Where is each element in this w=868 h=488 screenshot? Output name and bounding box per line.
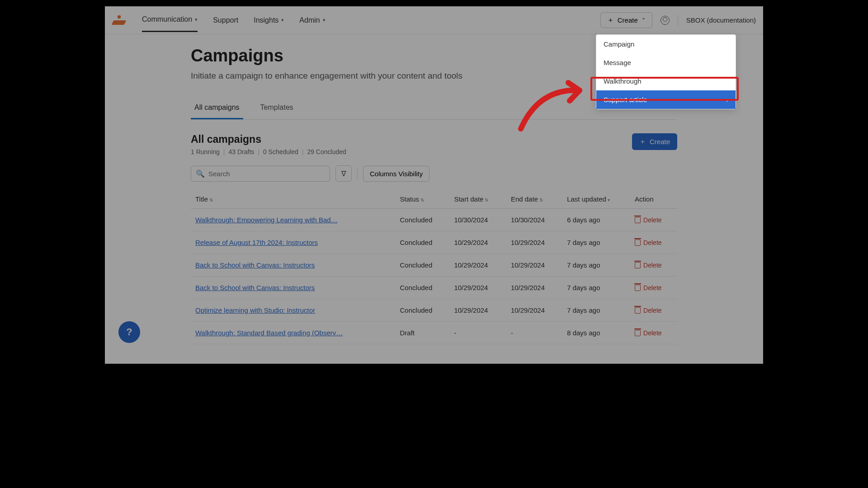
campaign-title-link[interactable]: Release of August 17th 2024: Instructors (195, 239, 318, 246)
cell-status: Concluded (396, 231, 450, 254)
brand-logo[interactable] (112, 14, 126, 27)
search-input[interactable] (208, 170, 325, 178)
chevron-right-icon: › (726, 96, 728, 103)
cell-start: 10/29/2024 (449, 231, 506, 254)
delete-button[interactable]: Delete (635, 307, 673, 314)
plus-icon: ＋ (639, 137, 646, 146)
col-status[interactable]: Status⇅ (396, 190, 450, 209)
campaigns-table: Title⇅ Status⇅ Start date⇅ End date⇅ Las… (191, 190, 677, 344)
cell-start: 10/29/2024 (449, 299, 506, 322)
create-dropdown-menu: Campaign Message Walkthrough Support art… (596, 34, 736, 109)
filter-button[interactable]: ∇ (335, 165, 352, 182)
plus-icon: ＋ (607, 16, 614, 24)
delete-button[interactable]: Delete (635, 262, 673, 269)
trash-icon (635, 285, 641, 291)
dropdown-item-campaign[interactable]: Campaign (596, 35, 736, 53)
cell-status: Concluded (396, 209, 450, 231)
table-row: Back to School with Canvas: Instructors … (191, 254, 677, 277)
col-title[interactable]: Title⇅ (191, 190, 396, 209)
cell-updated: 6 days ago (562, 209, 630, 231)
cell-updated: 7 days ago (562, 254, 630, 277)
cell-start: - (449, 322, 506, 344)
nav-communication[interactable]: Communication▾ (142, 8, 198, 32)
cell-status: Draft (396, 322, 450, 344)
nav-label: Support (213, 16, 238, 24)
filter-icon: ∇ (341, 169, 346, 178)
stat-concluded: 29 Concluded (307, 148, 346, 155)
cell-start: 10/29/2024 (449, 277, 506, 299)
delete-button[interactable]: Delete (635, 284, 673, 291)
dropdown-item-message[interactable]: Message (596, 53, 736, 72)
campaign-title-link[interactable]: Walkthrough: Empowering Learning with Ba… (195, 216, 338, 224)
campaign-stats: 1 Running| 43 Drafts| 0 Scheduled| 29 Co… (191, 148, 346, 155)
cell-updated: 8 days ago (562, 322, 630, 344)
trash-icon (635, 239, 641, 246)
app-stage: Communication▾ Support Insights▾ Admin▾ … (105, 0, 763, 364)
col-end[interactable]: End date⇅ (506, 190, 562, 209)
campaign-title-link[interactable]: Back to School with Canvas: Instructors (195, 284, 315, 291)
cell-end: 10/30/2024 (506, 209, 562, 231)
search-box[interactable]: 🔍 (191, 166, 330, 182)
divider (357, 167, 358, 180)
nav-label: Communication (142, 15, 192, 23)
env-label: SBOX (documentation) (686, 16, 756, 24)
chevron-down-icon: ▾ (195, 17, 198, 23)
section-title: All campaigns (191, 133, 346, 145)
user-icon[interactable] (660, 16, 670, 25)
cell-end: 10/29/2024 (506, 299, 562, 322)
cell-status: Concluded (396, 299, 450, 322)
letterbox-top (105, 0, 763, 6)
cell-updated: 7 days ago (562, 231, 630, 254)
cell-status: Concluded (396, 254, 450, 277)
delete-button[interactable]: Delete (635, 239, 673, 246)
cell-updated: 7 days ago (562, 299, 630, 322)
table-toolbar: 🔍 ∇ Columns Visibility (191, 165, 677, 182)
top-bar: Communication▾ Support Insights▾ Admin▾ … (105, 6, 763, 34)
stat-running: 1 Running (191, 148, 220, 155)
cell-status: Concluded (396, 277, 450, 299)
dropdown-label: Support article (604, 96, 647, 103)
nav-support[interactable]: Support (213, 9, 238, 32)
table-row: Walkthrough: Empowering Learning with Ba… (191, 209, 677, 231)
columns-visibility-button[interactable]: Columns Visibility (363, 166, 429, 182)
cell-end: 10/29/2024 (506, 277, 562, 299)
campaign-title-link[interactable]: Walkthrough: Standard Based grading (Obs… (195, 329, 343, 337)
chevron-up-icon: ⌃ (642, 17, 646, 23)
tab-all-campaigns[interactable]: All campaigns (191, 99, 243, 119)
campaign-title-link[interactable]: Back to School with Canvas: Instructors (195, 261, 315, 269)
chevron-down-icon: ▾ (323, 17, 326, 23)
table-row: Optimize learning with Studio: Instructo… (191, 299, 677, 322)
create-campaign-button[interactable]: ＋ Create (632, 133, 677, 150)
dropdown-item-support-article[interactable]: Support article › (596, 90, 736, 109)
topbar-right: ＋ Create ⌃ SBOX (documentation) (600, 12, 756, 28)
nav-label: Admin (299, 16, 320, 24)
trash-icon (635, 262, 641, 268)
delete-button[interactable]: Delete (635, 329, 673, 337)
help-button[interactable]: ? (118, 321, 140, 343)
table-row: Release of August 17th 2024: Instructors… (191, 231, 677, 254)
cell-end: - (506, 322, 562, 344)
create-dropdown-button[interactable]: ＋ Create ⌃ (600, 12, 652, 28)
nav-insights[interactable]: Insights▾ (254, 9, 284, 32)
table-row: Walkthrough: Standard Based grading (Obs… (191, 322, 677, 344)
col-start[interactable]: Start date⇅ (449, 190, 506, 209)
cell-start: 10/30/2024 (449, 209, 506, 231)
campaign-title-link[interactable]: Optimize learning with Studio: Instructo… (195, 306, 315, 314)
cell-start: 10/29/2024 (449, 254, 506, 277)
search-icon: 🔍 (196, 169, 205, 178)
trash-icon (635, 307, 641, 314)
trash-icon (635, 217, 641, 223)
col-updated[interactable]: Last updated▾ (562, 190, 630, 209)
create-label: Create (618, 16, 638, 24)
tab-templates[interactable]: Templates (257, 99, 297, 119)
col-action: Action (630, 190, 677, 209)
create-label: Create (650, 138, 670, 145)
divider (678, 14, 678, 26)
chevron-down-icon: ▾ (281, 17, 284, 23)
help-icon: ? (126, 326, 132, 338)
nav-label: Insights (254, 16, 278, 24)
dropdown-item-walkthrough[interactable]: Walkthrough (596, 72, 736, 90)
stat-scheduled: 0 Scheduled (263, 148, 298, 155)
delete-button[interactable]: Delete (635, 216, 673, 224)
nav-admin[interactable]: Admin▾ (299, 9, 325, 32)
